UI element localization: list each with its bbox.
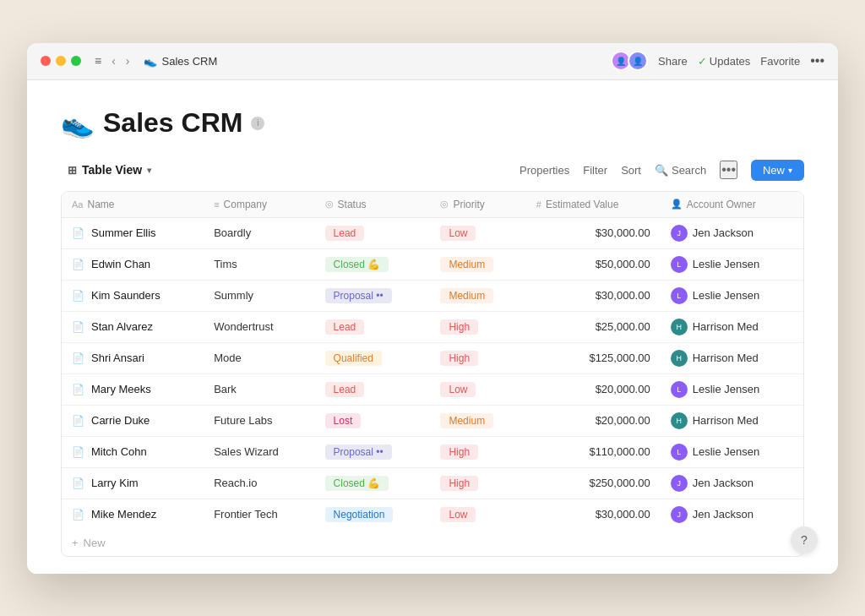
- help-button[interactable]: ?: [791, 526, 818, 553]
- titlebar-title: 👟 Sales CRM: [144, 55, 218, 68]
- row-doc-icon: 📄: [72, 384, 84, 395]
- owner-avatar: H: [671, 350, 688, 367]
- properties-button[interactable]: Properties: [520, 164, 569, 177]
- owner-avatar: L: [671, 287, 688, 304]
- table-row[interactable]: 📄 Carrie Duke Future Labs Lost Medium $2…: [62, 405, 803, 436]
- owner-avatar: J: [671, 506, 688, 523]
- add-new-row[interactable]: + New: [62, 530, 803, 556]
- cell-priority: High: [430, 311, 525, 342]
- table-row[interactable]: 📄 Stan Alvarez Wondertrust Lead High $25…: [62, 311, 803, 342]
- titlebar-emoji: 👟: [144, 55, 157, 68]
- priority-badge: Low: [440, 226, 476, 241]
- owner-avatar: H: [671, 412, 688, 429]
- back-button[interactable]: ‹: [108, 52, 119, 69]
- owner-avatar: L: [671, 381, 688, 398]
- cell-company: Future Labs: [204, 405, 314, 436]
- table-row[interactable]: 📄 Mitch Cohn Sales Wizard Proposal •• Hi…: [62, 436, 803, 467]
- cell-name: 📄 Edwin Chan: [62, 248, 204, 280]
- status-badge: Qualified: [325, 351, 382, 366]
- toolbar: ⊞ Table View ▾ Properties Filter Sort 🔍 …: [61, 160, 804, 181]
- row-doc-icon: 📄: [72, 509, 84, 521]
- page-title: Sales CRM: [103, 107, 242, 139]
- table-row[interactable]: 📄 Mary Meeks Bark Lead Low $20,000.00 L …: [62, 373, 803, 405]
- cell-name: 📄 Kim Saunders: [62, 280, 204, 311]
- cell-name: 📄 Larry Kim: [62, 467, 204, 499]
- cell-owner: L Leslie Jensen: [661, 373, 803, 405]
- cell-value: $20,000.00: [526, 405, 661, 436]
- cell-value: $50,000.00: [526, 248, 661, 280]
- cell-status: Qualified: [315, 342, 431, 373]
- table-row[interactable]: 📄 Shri Ansari Mode Qualified High $125,0…: [62, 342, 803, 373]
- forward-button[interactable]: ›: [122, 52, 133, 69]
- cell-status: Proposal ••: [315, 436, 431, 467]
- favorite-button[interactable]: Favorite: [760, 55, 800, 68]
- cell-priority: High: [430, 342, 525, 373]
- updates-button[interactable]: ✓ Updates: [698, 55, 750, 68]
- info-icon[interactable]: i: [251, 117, 264, 130]
- cell-status: Negotiation: [315, 499, 431, 530]
- table-container: Aa Name ≡ Company: [61, 191, 804, 557]
- status-badge: Negotiation: [325, 507, 394, 522]
- row-doc-icon: 📄: [72, 227, 84, 239]
- cell-owner: J Jen Jackson: [661, 499, 803, 530]
- owner-avatar: H: [671, 319, 688, 335]
- page-content: 👟 Sales CRM i ⊞ Table View ▾ Properties …: [27, 80, 838, 574]
- view-selector[interactable]: ⊞ Table View ▾: [61, 160, 158, 180]
- menu-icon[interactable]: ≡: [95, 54, 101, 68]
- status-badge: Lead: [325, 319, 365, 335]
- row-doc-icon: 📄: [72, 290, 84, 302]
- owner-avatar: J: [671, 475, 688, 492]
- priority-badge: Low: [440, 507, 476, 522]
- close-button[interactable]: [41, 56, 51, 66]
- minimize-button[interactable]: [56, 56, 66, 66]
- cell-owner: L Leslie Jensen: [661, 436, 803, 467]
- status-badge: Lead: [325, 382, 365, 397]
- table-row[interactable]: 📄 Kim Saunders Summly Proposal •• Medium…: [62, 280, 803, 311]
- priority-badge: High: [440, 351, 478, 366]
- cell-priority: Medium: [430, 405, 525, 436]
- cell-priority: Medium: [430, 248, 525, 280]
- search-button[interactable]: 🔍 Search: [655, 164, 706, 177]
- new-button-chevron-icon: ▾: [788, 166, 792, 175]
- cell-name: 📄 Shri Ansari: [62, 342, 204, 373]
- cell-priority: Medium: [430, 280, 525, 311]
- cell-owner: H Harrison Med: [661, 342, 803, 373]
- table-row[interactable]: 📄 Summer Ellis Boardly Lead Low $30,000.…: [62, 217, 803, 248]
- avatar-2: 👤: [628, 51, 648, 71]
- more-options-toolbar-button[interactable]: •••: [720, 161, 737, 179]
- status-col-icon: ◎: [325, 199, 334, 210]
- maximize-button[interactable]: [71, 56, 81, 66]
- cell-company: Frontier Tech: [204, 499, 314, 530]
- filter-button[interactable]: Filter: [583, 164, 607, 177]
- priority-badge: Medium: [440, 288, 493, 303]
- page-header: 👟 Sales CRM i: [61, 107, 804, 139]
- cell-owner: J Jen Jackson: [661, 467, 803, 499]
- owner-avatar: J: [671, 225, 688, 242]
- more-options-button[interactable]: •••: [810, 53, 824, 68]
- sort-button[interactable]: Sort: [621, 164, 641, 177]
- share-button[interactable]: Share: [658, 55, 688, 68]
- priority-badge: High: [440, 319, 478, 335]
- cell-status: Lost: [315, 405, 431, 436]
- cell-company: Summly: [204, 280, 314, 311]
- cell-name: 📄 Summer Ellis: [62, 217, 204, 248]
- cell-status: Closed 💪: [315, 467, 431, 499]
- cell-priority: Low: [430, 499, 525, 530]
- cell-name: 📄 Mike Mendez: [62, 499, 204, 530]
- cell-status: Lead: [315, 373, 431, 405]
- table-row[interactable]: 📄 Edwin Chan Tims Closed 💪 Medium $50,00…: [62, 248, 803, 280]
- col-header-name: Aa Name: [62, 192, 204, 218]
- row-doc-icon: 📄: [72, 477, 84, 489]
- table-row[interactable]: 📄 Mike Mendez Frontier Tech Negotiation …: [62, 499, 803, 530]
- chevron-down-icon: ▾: [147, 166, 151, 175]
- priority-badge: Low: [440, 382, 476, 397]
- cell-owner: L Leslie Jensen: [661, 280, 803, 311]
- cell-owner: L Leslie Jensen: [661, 248, 803, 280]
- row-doc-icon: 📄: [72, 259, 84, 270]
- window-body: 👟 Sales CRM i ⊞ Table View ▾ Properties …: [27, 80, 838, 574]
- status-badge: Closed 💪: [325, 257, 389, 272]
- plus-icon: +: [72, 537, 79, 549]
- new-button[interactable]: New ▾: [751, 160, 804, 181]
- owner-col-icon: 👤: [671, 199, 683, 210]
- table-row[interactable]: 📄 Larry Kim Reach.io Closed 💪 High $250,…: [62, 467, 803, 499]
